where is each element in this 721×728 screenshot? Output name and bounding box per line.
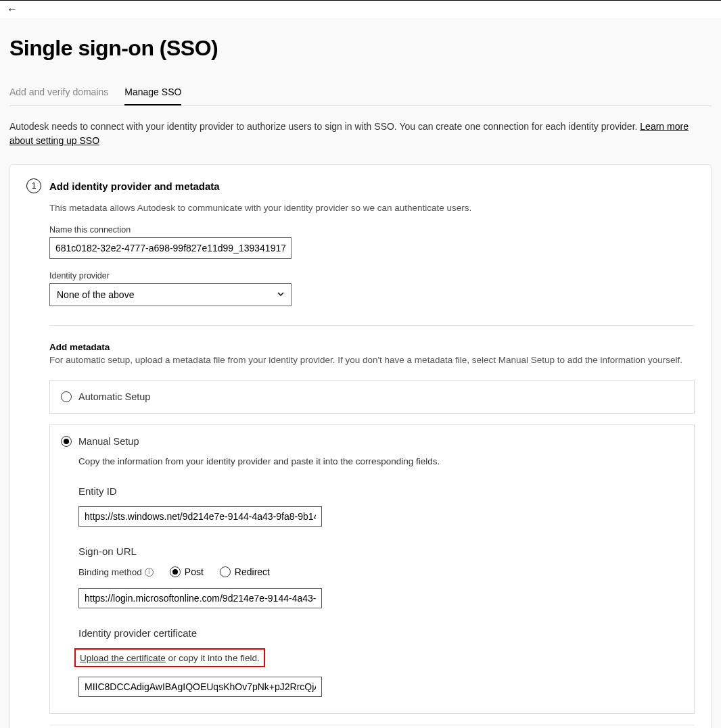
binding-post-option[interactable]: Post (170, 566, 204, 577)
step-card: 1 Add identity provider and metadata Thi… (9, 164, 712, 728)
add-metadata-description: For automatic setup, upload a metadata f… (49, 355, 695, 365)
identity-provider-select[interactable]: None of the above (49, 283, 292, 306)
certificate-label: Identity provider certificate (78, 627, 683, 639)
connection-name-input[interactable] (49, 237, 292, 259)
intro-text-body: Autodesk needs to connect with your iden… (9, 121, 640, 132)
highlight-box: Upload the certificate or copy it into t… (74, 648, 265, 667)
intro-text: Autodesk needs to connect with your iden… (9, 120, 712, 148)
certificate-input[interactable] (78, 677, 322, 697)
binding-redirect-option[interactable]: Redirect (220, 566, 270, 577)
page-title: Single sign-on (SSO) (9, 36, 712, 61)
automatic-setup-card: Automatic Setup (49, 380, 695, 414)
step-number-badge: 1 (26, 178, 41, 193)
tab-add-domains[interactable]: Add and verify domains (9, 80, 108, 105)
step-title: Add identity provider and metadata (49, 180, 220, 192)
certificate-instruction-rest: or copy it into the field. (166, 653, 260, 663)
binding-post-label: Post (185, 566, 204, 577)
tabs: Add and verify domains Manage SSO (9, 80, 712, 106)
divider (49, 325, 695, 326)
manual-setup-radio[interactable] (61, 436, 72, 447)
identity-provider-label: Identity provider (49, 271, 695, 281)
step-description: This metadata allows Autodesk to communi… (49, 203, 695, 213)
upload-certificate-link[interactable]: Upload the certificate (80, 653, 166, 663)
back-arrow-icon[interactable]: ← (7, 3, 18, 16)
signon-url-input[interactable] (78, 588, 322, 608)
info-icon[interactable]: i (145, 568, 154, 577)
entity-id-input[interactable] (78, 506, 322, 527)
binding-redirect-label: Redirect (235, 566, 270, 577)
tab-manage-sso[interactable]: Manage SSO (124, 80, 181, 105)
entity-id-label: Entity ID (78, 485, 683, 497)
connection-name-label: Name this connection (49, 225, 695, 235)
manual-setup-card: Manual Setup Copy the information from y… (49, 424, 695, 714)
signon-url-label: Sign-on URL (78, 545, 683, 557)
manual-setup-label: Manual Setup (78, 436, 139, 447)
automatic-setup-label: Automatic Setup (78, 391, 150, 402)
automatic-setup-radio[interactable] (61, 391, 72, 402)
binding-method-label: Binding method i (78, 567, 154, 577)
add-metadata-heading: Add metadata (49, 342, 695, 352)
manual-setup-description: Copy the information from your identity … (78, 456, 683, 466)
